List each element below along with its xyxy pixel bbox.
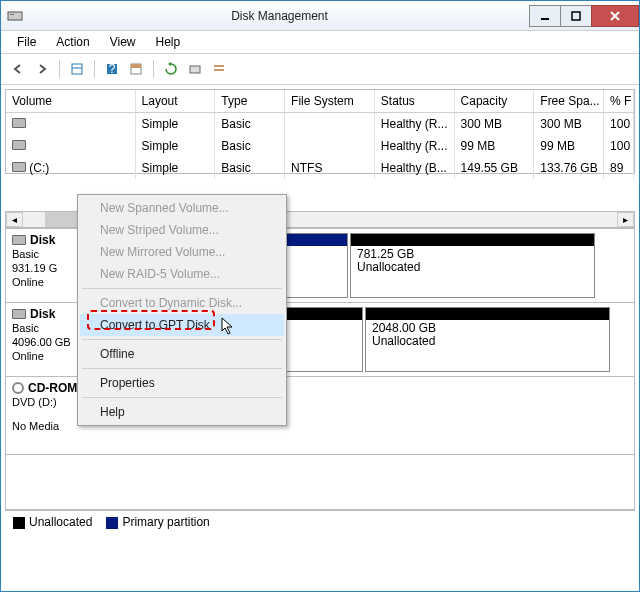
- menubar: File Action View Help: [1, 31, 639, 54]
- ctx-new-spanned: New Spanned Volume...: [80, 197, 284, 219]
- close-button[interactable]: [591, 5, 639, 27]
- context-menu: New Spanned Volume... New Striped Volume…: [77, 194, 287, 426]
- volume-row[interactable]: SimpleBasicHealthy (R...300 MB300 MB100: [6, 113, 634, 135]
- legend-unallocated: Unallocated: [13, 515, 92, 529]
- list-icon[interactable]: [208, 58, 230, 80]
- ctx-properties[interactable]: Properties: [80, 372, 284, 394]
- col-filesystem[interactable]: File System: [285, 90, 375, 112]
- scroll-left-button[interactable]: ◂: [6, 212, 23, 227]
- svg-rect-12: [190, 66, 200, 73]
- disk-icon: [12, 235, 26, 245]
- ctx-new-raid5: New RAID-5 Volume...: [80, 263, 284, 285]
- disk-mgmt-icon: [7, 8, 23, 24]
- maximize-button[interactable]: [560, 5, 592, 27]
- menu-view[interactable]: View: [100, 33, 146, 51]
- svg-rect-14: [214, 69, 224, 71]
- ctx-new-striped: New Striped Volume...: [80, 219, 284, 241]
- col-status[interactable]: Status: [375, 90, 455, 112]
- volume-row[interactable]: (C:)SimpleBasicNTFSHealthy (B...149.55 G…: [6, 157, 634, 179]
- col-free[interactable]: Free Spa...: [534, 90, 604, 112]
- volume-list-pane: Volume Layout Type File System Status Ca…: [5, 89, 635, 174]
- svg-rect-13: [214, 65, 224, 67]
- disk-icon: [12, 309, 26, 319]
- back-button[interactable]: [7, 58, 29, 80]
- col-type[interactable]: Type: [215, 90, 285, 112]
- col-volume[interactable]: Volume: [6, 90, 136, 112]
- scroll-right-button[interactable]: ▸: [617, 212, 634, 227]
- svg-text:?: ?: [109, 62, 116, 76]
- view-top-icon[interactable]: [125, 58, 147, 80]
- menu-help[interactable]: Help: [146, 33, 191, 51]
- titlebar: Disk Management: [1, 1, 639, 31]
- cdrom-icon: [12, 382, 24, 394]
- forward-button[interactable]: [31, 58, 53, 80]
- col-percent[interactable]: % F: [604, 90, 634, 112]
- ctx-new-mirrored: New Mirrored Volume...: [80, 241, 284, 263]
- menu-action[interactable]: Action: [46, 33, 99, 51]
- svg-rect-3: [572, 12, 580, 20]
- ctx-offline[interactable]: Offline: [80, 343, 284, 365]
- ctx-convert-gpt[interactable]: Convert to GPT Disk: [80, 314, 284, 336]
- rescan-icon[interactable]: [184, 58, 206, 80]
- ctx-convert-dynamic: Convert to Dynamic Disk...: [80, 292, 284, 314]
- help-icon[interactable]: ?: [101, 58, 123, 80]
- svg-rect-0: [8, 12, 22, 20]
- ctx-help[interactable]: Help: [80, 401, 284, 423]
- refresh-icon[interactable]: [160, 58, 182, 80]
- partition[interactable]: 2048.00 GBUnallocated: [365, 307, 610, 372]
- legend: Unallocated Primary partition: [5, 510, 635, 533]
- svg-rect-6: [72, 64, 82, 74]
- col-capacity[interactable]: Capacity: [455, 90, 535, 112]
- legend-primary: Primary partition: [106, 515, 209, 529]
- svg-rect-1: [10, 14, 14, 15]
- toolbar: ?: [1, 54, 639, 85]
- show-hide-button[interactable]: [66, 58, 88, 80]
- volume-row[interactable]: SimpleBasicHealthy (R...99 MB99 MB100: [6, 135, 634, 157]
- partition[interactable]: 781.25 GBUnallocated: [350, 233, 595, 298]
- window-title: Disk Management: [29, 9, 530, 23]
- menu-file[interactable]: File: [7, 33, 46, 51]
- volume-header: Volume Layout Type File System Status Ca…: [6, 90, 634, 113]
- svg-rect-11: [131, 64, 141, 68]
- minimize-button[interactable]: [529, 5, 561, 27]
- col-layout[interactable]: Layout: [136, 90, 216, 112]
